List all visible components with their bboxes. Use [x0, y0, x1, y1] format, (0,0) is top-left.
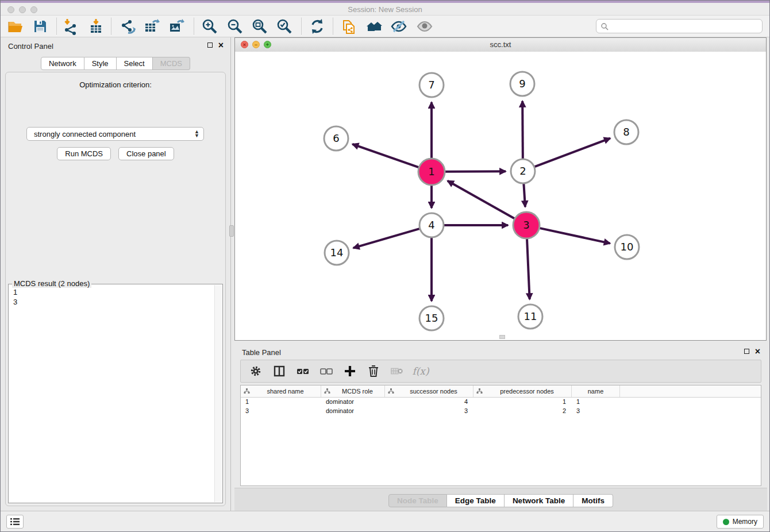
delete-row-trash-icon[interactable] — [367, 364, 380, 378]
close-table-panel-icon[interactable]: × — [755, 348, 760, 354]
table-cell[interactable]: 2 — [473, 407, 572, 416]
apply-function-icon: f(x) — [414, 364, 428, 378]
dropdown-value: strongly connected component — [34, 130, 136, 138]
float-table-panel-icon[interactable] — [744, 349, 749, 354]
tab-mcds[interactable]: MCDS — [153, 57, 190, 70]
deselect-all-checkboxes-icon[interactable] — [319, 364, 333, 378]
search-input[interactable] — [611, 21, 762, 32]
edge-2-9[interactable] — [522, 101, 523, 159]
float-panel-icon[interactable] — [207, 43, 213, 48]
import-table-icon[interactable] — [87, 17, 105, 36]
table-cell[interactable]: 4 — [385, 398, 473, 407]
table-cell[interactable]: 3 — [241, 407, 321, 416]
export-image-icon[interactable] — [167, 17, 186, 36]
tab-network-table[interactable]: Network Table — [505, 494, 573, 507]
network-window-title: scc.txt — [235, 40, 766, 49]
node-table-header[interactable]: shared nameMCDS rolesuccessor nodesprede… — [241, 385, 761, 398]
mcds-result-list[interactable]: 13 — [10, 286, 214, 502]
zoom-fit-icon[interactable] — [251, 17, 269, 36]
table-cell[interactable]: 1 — [241, 398, 321, 407]
graph-node-3[interactable]: 3 — [513, 212, 540, 238]
tab-select[interactable]: Select — [117, 57, 153, 70]
run-mcds-button[interactable]: Run MCDS — [57, 147, 111, 160]
network-graph[interactable]: 7968124314101511 — [235, 52, 766, 340]
show-columns-icon[interactable] — [272, 364, 286, 378]
close-panel-icon[interactable]: × — [218, 42, 224, 48]
table-row[interactable]: 3dominator323 — [241, 407, 761, 416]
svg-text:1: 1 — [428, 165, 434, 178]
table-cell[interactable]: dominator — [321, 407, 385, 416]
open-folder-icon[interactable] — [6, 17, 25, 36]
clone-network-icon[interactable] — [340, 17, 358, 36]
network-canvas[interactable]: 7968124314101511 — [235, 52, 766, 340]
node-table-body[interactable]: 1dominator4113dominator323 — [241, 398, 761, 416]
graph-node-1[interactable]: 1 — [418, 159, 445, 185]
export-table-icon[interactable] — [143, 17, 161, 36]
column-header-successor-nodes[interactable]: successor nodes — [385, 385, 473, 397]
zoom-in-icon[interactable] — [201, 17, 219, 36]
tab-edge-table[interactable]: Edge Table — [447, 494, 505, 507]
table-settings-gear-icon[interactable] — [249, 364, 263, 378]
dropdown-stepper-icon: ▲▼ — [194, 130, 199, 138]
table-cell[interactable]: dominator — [321, 398, 385, 407]
task-history-button[interactable] — [6, 515, 24, 529]
show-all-eye-icon[interactable] — [415, 17, 434, 36]
table-cell[interactable]: 3 — [385, 407, 473, 416]
tab-style[interactable]: Style — [84, 57, 117, 70]
memory-status-dot — [723, 519, 729, 525]
export-network-icon[interactable] — [118, 17, 137, 36]
window-titlebar: Session: New Session — [1, 1, 769, 16]
table-cell[interactable]: 3 — [572, 407, 620, 416]
refresh-icon[interactable] — [308, 17, 326, 36]
column-header-predecessor-nodes[interactable]: predecessor nodes — [473, 385, 572, 397]
edge-2-3[interactable] — [523, 184, 525, 207]
table-row[interactable]: 1dominator411 — [241, 398, 761, 407]
edge-4-14[interactable] — [353, 229, 419, 248]
table-cell[interactable]: 1 — [473, 398, 572, 407]
result-scrollbar[interactable] — [214, 285, 222, 502]
network-resize-handle[interactable] — [499, 335, 505, 339]
optimization-criterion-label: Optimization criterion: — [6, 80, 225, 89]
graph-node-8[interactable]: 8 — [614, 120, 638, 144]
tab-motifs[interactable]: Motifs — [573, 494, 613, 507]
save-icon[interactable] — [31, 17, 49, 36]
mcds-result-item: 1 — [13, 287, 214, 297]
graph-node-4[interactable]: 4 — [419, 213, 444, 237]
edge-3-10[interactable] — [540, 228, 610, 244]
zoom-out-icon[interactable] — [226, 17, 244, 36]
column-header-name[interactable]: name — [572, 385, 620, 397]
hide-selected-eye-slash-icon[interactable] — [390, 17, 408, 36]
add-column-plus-icon[interactable] — [343, 364, 357, 378]
close-panel-button[interactable]: Close panel — [118, 147, 174, 160]
tab-network[interactable]: Network — [41, 57, 84, 70]
edge-3-11[interactable] — [527, 239, 530, 299]
edge-1-6[interactable] — [352, 144, 418, 167]
graph-node-14[interactable]: 14 — [325, 241, 349, 265]
list-icon — [10, 517, 20, 526]
graph-node-2[interactable]: 2 — [511, 159, 535, 183]
memory-button[interactable]: Memory — [717, 515, 764, 529]
graph-node-10[interactable]: 10 — [615, 235, 639, 259]
select-all-checkboxes-icon[interactable] — [296, 364, 310, 378]
panel-splitter-handle[interactable] — [229, 225, 234, 237]
optimization-criterion-dropdown[interactable]: strongly connected component ▲▼ — [26, 127, 204, 141]
search-box[interactable] — [596, 19, 763, 33]
column-header-MCDS-role[interactable]: MCDS role — [321, 385, 385, 397]
graph-node-6[interactable]: 6 — [324, 126, 348, 151]
import-network-icon[interactable] — [61, 17, 80, 36]
graph-node-7[interactable]: 7 — [419, 73, 444, 97]
home-views-icon[interactable] — [365, 17, 383, 36]
graph-node-9[interactable]: 9 — [510, 72, 534, 96]
edge-2-8[interactable] — [535, 138, 610, 167]
zoom-selected-icon[interactable] — [275, 17, 294, 36]
tab-node-table[interactable]: Node Table — [388, 494, 447, 507]
svg-text:14: 14 — [330, 246, 344, 259]
network-window-titlebar[interactable]: × − + scc.txt — [235, 38, 766, 52]
column-header-shared-name[interactable]: shared name — [241, 385, 321, 397]
edge-3-1[interactable] — [448, 181, 514, 219]
edge-1-2[interactable] — [445, 171, 506, 172]
node-table[interactable]: shared nameMCDS rolesuccessor nodesprede… — [240, 385, 761, 486]
graph-node-15[interactable]: 15 — [419, 306, 444, 330]
table-cell[interactable]: 1 — [572, 398, 620, 407]
graph-node-11[interactable]: 11 — [518, 304, 542, 329]
